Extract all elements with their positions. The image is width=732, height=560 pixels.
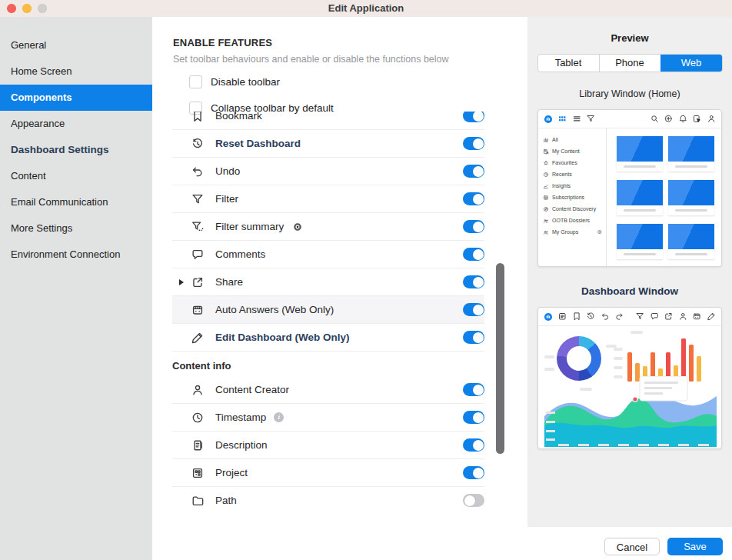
- feature-row-project: Project: [172, 459, 484, 487]
- add-group-icon: ⊕: [597, 228, 604, 235]
- area-chart: [544, 376, 717, 447]
- description-toggle[interactable]: [463, 438, 484, 452]
- group-icon: [543, 229, 549, 235]
- edit-dashboard-toggle[interactable]: [463, 331, 484, 344]
- library-thumbnail: [617, 180, 663, 215]
- filter-summary-toggle[interactable]: [463, 220, 484, 233]
- save-button[interactable]: Save: [667, 538, 723, 555]
- share-toggle[interactable]: [463, 275, 484, 288]
- sidebar-item-more-settings[interactable]: More Settings: [0, 215, 152, 242]
- filter-summary-icon: [191, 220, 205, 234]
- feature-row-bookmark: Bookmark: [172, 112, 484, 130]
- filter-icon: [635, 312, 645, 322]
- feature-row-timestamp: Timestamp i: [172, 404, 484, 432]
- library-nav-my-content: My Content: [543, 145, 604, 157]
- donut-chart: [557, 336, 601, 381]
- comment-icon: [191, 248, 205, 262]
- bookmark-icon: [191, 112, 205, 123]
- dashboard-preview-charts: [538, 326, 721, 449]
- document-icon: [191, 438, 205, 452]
- disable-toolbar-label: Disable toolbar: [211, 76, 280, 88]
- filter-summary-settings-gear-icon[interactable]: [292, 222, 303, 232]
- library-thumbnail: [617, 224, 663, 259]
- account-icon: [707, 114, 717, 124]
- person-icon: [191, 383, 205, 397]
- library-window-preview: All My Content Favourites Recents Insigh…: [537, 109, 722, 267]
- list-view-icon: [572, 114, 582, 124]
- tab-phone[interactable]: Phone: [599, 55, 660, 72]
- info-icon[interactable]: i: [274, 412, 284, 422]
- library-thumbnail-grid: [607, 128, 721, 267]
- feature-row-edit-dashboard: Edit Dashboard (Web Only): [172, 324, 484, 352]
- auto-answers-icon: [692, 312, 702, 322]
- timestamp-toggle[interactable]: [463, 411, 484, 424]
- sidebar-item-content[interactable]: Content: [0, 163, 152, 189]
- scrollbar-thumb[interactable]: [496, 263, 504, 454]
- filter-toggle[interactable]: [463, 192, 484, 205]
- redo-icon: [614, 312, 624, 322]
- library-thumbnail: [668, 224, 714, 259]
- bookmark-icon: [572, 312, 582, 322]
- project-toggle[interactable]: [463, 466, 484, 479]
- compass-icon: [543, 206, 549, 212]
- library-preview-toolbar: [538, 110, 721, 128]
- sidebar-item-general[interactable]: General: [0, 32, 152, 58]
- chart-bars-icon: [543, 137, 549, 143]
- dashboard-window-title: Dashboard Window: [527, 285, 732, 297]
- grid-view-icon: [557, 114, 567, 124]
- app-logo-icon: [544, 312, 553, 322]
- pencil-icon: [191, 331, 205, 345]
- sidebar-item-appearance[interactable]: Appearance: [0, 111, 152, 137]
- library-nav-favourites: Favourites: [543, 157, 604, 168]
- sidebar-item-email-communication[interactable]: Email Communication: [0, 189, 152, 215]
- undo-icon: [191, 165, 205, 178]
- feature-row-filter-summary: Filter summary: [172, 213, 484, 241]
- library-nav-all: All: [543, 134, 604, 145]
- feature-row-description: Description: [172, 432, 484, 459]
- add-icon: [664, 114, 674, 124]
- tab-tablet[interactable]: Tablet: [538, 55, 599, 72]
- enable-features-heading: ENABLE FEATURES: [173, 37, 527, 48]
- reset-dashboard-toggle[interactable]: [463, 137, 484, 150]
- comments-toggle[interactable]: [463, 248, 484, 261]
- insights-icon: [543, 183, 549, 189]
- toc-icon: [557, 312, 567, 322]
- library-nav-ootb-dossiers: OOTB Dossiers: [543, 215, 604, 226]
- undo-toggle[interactable]: [463, 165, 484, 178]
- window-title: Edit Application: [0, 0, 732, 17]
- settings-sidebar: General Home Screen Components Appearanc…: [0, 17, 152, 560]
- window-titlebar: Edit Application: [0, 0, 732, 18]
- library-nav-insights: Insights: [543, 180, 604, 192]
- clock-icon: [543, 172, 549, 178]
- bookmark-toggle[interactable]: [463, 112, 484, 122]
- library-thumbnail: [617, 136, 663, 172]
- library-window-title: Library Window (Home): [527, 88, 732, 99]
- cancel-button[interactable]: Cancel: [604, 538, 660, 555]
- feature-row-reset-dashboard: Reset Dashboard: [172, 130, 484, 158]
- sidebar-item-environment-connection[interactable]: Environment Connection: [0, 242, 152, 268]
- expand-caret-icon[interactable]: [179, 279, 184, 285]
- tab-web[interactable]: Web: [660, 55, 722, 72]
- edit-icon: [707, 312, 717, 322]
- feature-toggle-list[interactable]: Bookmark Reset Dashboard Undo Filter Fil…: [152, 112, 527, 510]
- content-creator-toggle[interactable]: [463, 383, 484, 396]
- undo-icon: [601, 312, 611, 322]
- device-segmented-control: Tablet Phone Web: [537, 54, 723, 72]
- clock-icon: [191, 411, 205, 425]
- disable-toolbar-checkbox[interactable]: [189, 75, 202, 88]
- preview-title: Preview: [527, 32, 732, 44]
- search-icon: [650, 114, 660, 124]
- path-toggle[interactable]: [463, 494, 484, 507]
- feature-row-comments: Comments: [172, 241, 484, 268]
- auto-answers-toggle[interactable]: [463, 303, 484, 316]
- dashboard-window-preview: [537, 307, 722, 449]
- sidebar-item-components[interactable]: Components: [0, 85, 152, 111]
- comment-icon: [650, 312, 660, 322]
- share-icon: [191, 275, 205, 289]
- sidebar-item-dashboard-settings[interactable]: Dashboard Settings: [0, 137, 152, 163]
- feature-row-auto-answers: Auto Answers (Web Only): [172, 296, 484, 324]
- feature-row-share: Share: [172, 268, 484, 296]
- subscriptions-icon: [543, 195, 549, 201]
- filter-icon: [191, 192, 205, 206]
- sidebar-item-home-screen[interactable]: Home Screen: [0, 58, 152, 85]
